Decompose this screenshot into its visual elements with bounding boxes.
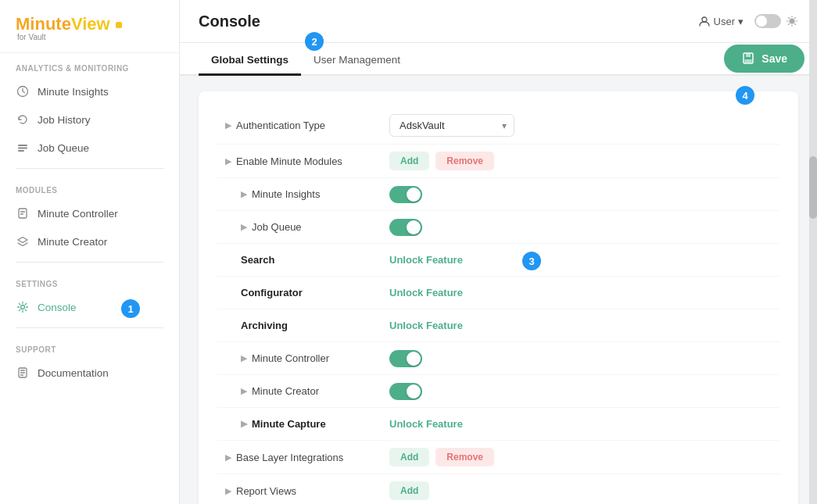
minute-controller-toggle[interactable] bbox=[389, 350, 422, 367]
sidebar-item-minute-creator[interactable]: Minute Creator bbox=[0, 227, 179, 256]
configurator-unlock-area: Unlock Feature bbox=[389, 287, 463, 298]
logo: MinuteView bbox=[16, 14, 163, 34]
expand-mcr-icon[interactable]: ▶ bbox=[241, 386, 247, 396]
sidebar-item-documentation[interactable]: Documentation bbox=[0, 359, 179, 387]
svg-rect-11 bbox=[745, 59, 752, 63]
logo-minute: Minute bbox=[16, 14, 71, 34]
auth-type-select-wrapper: AdskVault bbox=[389, 114, 514, 137]
archiving-unlock-area: Unlock Feature bbox=[389, 320, 463, 331]
archiving-row: Archiving Unlock Feature bbox=[217, 309, 779, 342]
sidebar-item-label: Minute Insights bbox=[38, 86, 109, 98]
enable-modules-row: ▶ Enable Minute Modules Add Remove bbox=[217, 145, 779, 178]
minute-insights-toggle[interactable] bbox=[389, 186, 422, 203]
settings-section-label: SETTINGS bbox=[0, 269, 179, 293]
configurator-unlock-link[interactable]: Unlock Feature bbox=[389, 287, 463, 298]
search-unlock-link[interactable]: Unlock Feature bbox=[389, 254, 463, 266]
analytics-section-label: ANALYTICS & MONITORING bbox=[0, 53, 179, 77]
sidebar-item-label: Minute Creator bbox=[38, 236, 107, 248]
modules-section-label: MODULES bbox=[0, 175, 179, 199]
svg-rect-3 bbox=[18, 150, 24, 152]
sidebar-item-job-queue[interactable]: Job Queue bbox=[0, 134, 179, 162]
save-icon bbox=[741, 52, 755, 66]
minute-creator-row-label: ▶ Minute Creator bbox=[217, 385, 389, 397]
svg-rect-10 bbox=[746, 53, 751, 57]
auth-type-select[interactable]: AdskVault bbox=[389, 114, 514, 137]
enable-modules-control: Add Remove bbox=[389, 152, 494, 170]
sidebar-item-minute-controller[interactable]: Minute Controller bbox=[0, 199, 179, 227]
auth-type-label: ▶ Authentication Type bbox=[217, 120, 389, 131]
report-views-row: ▶ Report Views Add bbox=[217, 474, 779, 504]
logo-view: View bbox=[71, 14, 110, 34]
expand-bl-icon[interactable]: ▶ bbox=[225, 452, 231, 463]
expand-mcp-icon[interactable]: ▶ bbox=[241, 419, 247, 429]
svg-rect-1 bbox=[18, 145, 27, 146]
add-report-views-button[interactable]: Add bbox=[389, 481, 429, 500]
tab-user-management[interactable]: User Management bbox=[301, 46, 413, 76]
sidebar-item-minute-insights[interactable]: Minute Insights bbox=[0, 77, 179, 105]
sidebar-item-label: Job Queue bbox=[38, 142, 89, 154]
theme-toggle-area bbox=[754, 14, 798, 28]
expand-modules-icon[interactable]: ▶ bbox=[225, 156, 231, 166]
sidebar-item-label: Console bbox=[38, 302, 77, 313]
minute-creator-row: ▶ Minute Creator bbox=[217, 375, 779, 408]
sidebar-item-console[interactable]: Console 1 bbox=[0, 293, 179, 321]
add-modules-button[interactable]: Add bbox=[389, 152, 429, 170]
save-button[interactable]: Save bbox=[724, 45, 804, 73]
queue-icon bbox=[16, 141, 30, 155]
minute-capture-label: ▶ Minute Capture bbox=[217, 418, 389, 430]
job-queue-toggle[interactable] bbox=[389, 219, 422, 236]
expand-jq-icon[interactable]: ▶ bbox=[241, 222, 247, 232]
page-title: Console bbox=[199, 13, 260, 30]
history-icon bbox=[16, 113, 30, 127]
base-layer-label: ▶ Base Layer Integrations bbox=[217, 452, 389, 463]
user-label-text: User bbox=[714, 16, 735, 27]
header-right: User ▾ bbox=[698, 14, 798, 28]
minute-creator-toggle-area bbox=[389, 383, 422, 400]
support-section-label: SUPPORT bbox=[0, 334, 179, 359]
expand-mc-icon[interactable]: ▶ bbox=[241, 353, 247, 363]
minute-capture-row: ▶ Minute Capture Unlock Feature bbox=[217, 408, 779, 441]
base-layer-row: ▶ Base Layer Integrations Add Remove bbox=[217, 441, 779, 474]
sidebar-item-job-history[interactable]: Job History bbox=[0, 105, 179, 134]
remove-modules-button[interactable]: Remove bbox=[435, 152, 494, 170]
user-menu[interactable]: User ▾ bbox=[698, 15, 744, 27]
doc-icon bbox=[16, 366, 30, 380]
remove-base-layer-button[interactable]: Remove bbox=[435, 448, 494, 466]
base-layer-control: Add Remove bbox=[389, 448, 494, 466]
theme-toggle[interactable] bbox=[754, 14, 781, 28]
scrollbar-track bbox=[809, 0, 817, 504]
sidebar-item-label: Documentation bbox=[38, 367, 109, 379]
tab-global-settings[interactable]: Global Settings bbox=[199, 46, 301, 76]
svg-point-7 bbox=[702, 17, 707, 22]
svg-point-8 bbox=[790, 19, 795, 24]
minute-capture-unlock-link[interactable]: Unlock Feature bbox=[389, 418, 463, 430]
divider-3 bbox=[16, 327, 163, 328]
minute-controller-row: ▶ Minute Controller bbox=[217, 342, 779, 375]
add-base-layer-button[interactable]: Add bbox=[389, 448, 429, 466]
expand-insights-icon[interactable]: ▶ bbox=[241, 189, 247, 199]
file-icon bbox=[16, 206, 30, 220]
gear-icon bbox=[16, 300, 30, 314]
svg-point-5 bbox=[21, 306, 25, 309]
expand-auth-icon[interactable]: ▶ bbox=[225, 120, 231, 130]
save-label: Save bbox=[761, 52, 787, 65]
main-content: Console User ▾ Global Settings User Mana… bbox=[180, 0, 817, 504]
report-views-label: ▶ Report Views bbox=[217, 485, 389, 497]
search-unlock-area: Unlock Feature bbox=[389, 254, 463, 266]
expand-rv-icon[interactable]: ▶ bbox=[225, 486, 231, 496]
minute-capture-unlock-area: Unlock Feature bbox=[389, 418, 463, 430]
svg-rect-4 bbox=[19, 209, 27, 218]
archiving-label: Archiving bbox=[217, 320, 389, 331]
sun-icon bbox=[786, 15, 798, 27]
tabs-bar: Global Settings User Management 2 Save 4 bbox=[180, 43, 817, 76]
report-views-control: Add bbox=[389, 481, 429, 500]
archiving-unlock-link[interactable]: Unlock Feature bbox=[389, 320, 463, 331]
callout-badge-3: 3 bbox=[522, 252, 541, 270]
minute-insights-toggle-area bbox=[389, 186, 422, 203]
minute-creator-toggle[interactable] bbox=[389, 383, 422, 400]
divider-2 bbox=[16, 262, 163, 263]
minute-controller-toggle-area bbox=[389, 350, 422, 367]
minute-insights-row: ▶ Minute Insights bbox=[217, 178, 779, 211]
scrollbar-thumb[interactable] bbox=[809, 156, 817, 219]
search-row: Search Unlock Feature 3 bbox=[217, 244, 779, 277]
